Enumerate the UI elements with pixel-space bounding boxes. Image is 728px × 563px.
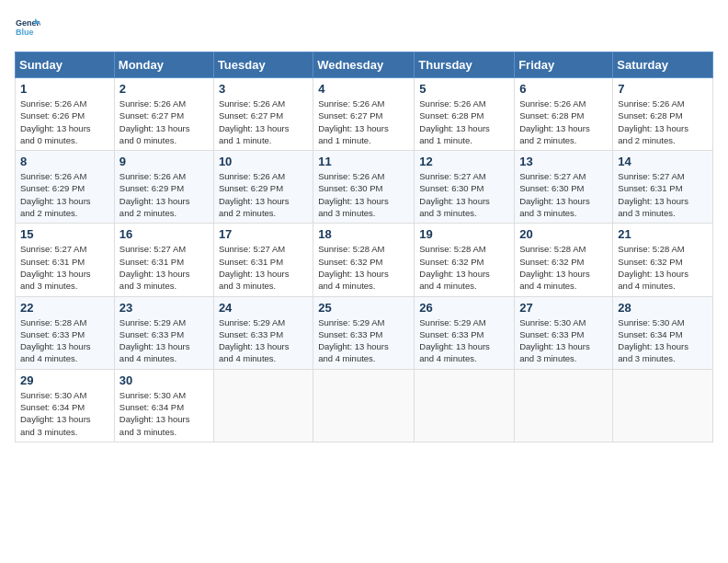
day-info: Sunrise: 5:28 AM Sunset: 6:33 PM Dayligh… — [20, 316, 109, 365]
calendar-day-cell: 5Sunrise: 5:26 AM Sunset: 6:28 PM Daylig… — [415, 78, 515, 151]
calendar-day-cell: 2Sunrise: 5:26 AM Sunset: 6:27 PM Daylig… — [114, 78, 213, 151]
day-info: Sunrise: 5:28 AM Sunset: 6:32 PM Dayligh… — [419, 243, 509, 292]
calendar-day-cell: 3Sunrise: 5:26 AM Sunset: 6:27 PM Daylig… — [213, 78, 313, 151]
day-info: Sunrise: 5:27 AM Sunset: 6:31 PM Dayligh… — [119, 243, 209, 292]
day-number: 27 — [519, 301, 608, 315]
calendar-table: SundayMondayTuesdayWednesdayThursdayFrid… — [15, 52, 713, 442]
day-info: Sunrise: 5:26 AM Sunset: 6:27 PM Dayligh… — [219, 98, 308, 146]
day-number: 8 — [20, 155, 109, 168]
day-info: Sunrise: 5:26 AM Sunset: 6:30 PM Dayligh… — [318, 170, 409, 219]
day-number: 15 — [20, 227, 109, 241]
day-number: 12 — [419, 155, 509, 168]
header: General Blue — [15, 15, 713, 40]
calendar-day-cell — [313, 369, 415, 442]
day-number: 2 — [119, 82, 209, 96]
weekday-header-monday: Monday — [114, 52, 213, 78]
day-info: Sunrise: 5:29 AM Sunset: 6:33 PM Dayligh… — [419, 316, 509, 365]
calendar-week-5: 29Sunrise: 5:30 AM Sunset: 6:34 PM Dayli… — [16, 369, 713, 442]
calendar-day-cell: 26Sunrise: 5:29 AM Sunset: 6:33 PM Dayli… — [415, 296, 515, 369]
calendar-day-cell: 19Sunrise: 5:28 AM Sunset: 6:32 PM Dayli… — [415, 224, 515, 296]
calendar-day-cell: 12Sunrise: 5:27 AM Sunset: 6:30 PM Dayli… — [415, 151, 515, 224]
day-info: Sunrise: 5:27 AM Sunset: 6:30 PM Dayligh… — [419, 170, 509, 219]
calendar-day-cell — [613, 369, 713, 442]
weekday-header-saturday: Saturday — [613, 52, 713, 78]
calendar-day-cell: 16Sunrise: 5:27 AM Sunset: 6:31 PM Dayli… — [114, 224, 213, 296]
day-number: 5 — [419, 82, 509, 96]
day-number: 29 — [20, 373, 109, 387]
calendar-day-cell: 30Sunrise: 5:30 AM Sunset: 6:34 PM Dayli… — [114, 369, 213, 442]
day-number: 25 — [318, 301, 409, 315]
calendar-day-cell: 4Sunrise: 5:26 AM Sunset: 6:27 PM Daylig… — [313, 78, 415, 151]
day-info: Sunrise: 5:26 AM Sunset: 6:27 PM Dayligh… — [119, 98, 209, 146]
weekday-header-thursday: Thursday — [415, 52, 515, 78]
day-number: 19 — [419, 227, 509, 241]
calendar-day-cell: 6Sunrise: 5:26 AM Sunset: 6:28 PM Daylig… — [515, 78, 613, 151]
calendar-day-cell: 1Sunrise: 5:26 AM Sunset: 6:26 PM Daylig… — [16, 78, 115, 151]
calendar-day-cell: 13Sunrise: 5:27 AM Sunset: 6:30 PM Dayli… — [515, 151, 613, 224]
weekday-header-wednesday: Wednesday — [313, 52, 415, 78]
day-info: Sunrise: 5:28 AM Sunset: 6:32 PM Dayligh… — [318, 243, 409, 292]
calendar-day-cell: 29Sunrise: 5:30 AM Sunset: 6:34 PM Dayli… — [16, 369, 115, 442]
day-info: Sunrise: 5:26 AM Sunset: 6:28 PM Dayligh… — [618, 98, 708, 146]
calendar-day-cell: 23Sunrise: 5:29 AM Sunset: 6:33 PM Dayli… — [114, 296, 213, 369]
day-number: 28 — [618, 301, 708, 315]
day-number: 3 — [219, 82, 308, 96]
calendar-day-cell: 17Sunrise: 5:27 AM Sunset: 6:31 PM Dayli… — [213, 224, 313, 296]
day-number: 23 — [119, 301, 209, 315]
logo: General Blue — [15, 15, 44, 40]
calendar-day-cell: 18Sunrise: 5:28 AM Sunset: 6:32 PM Dayli… — [313, 224, 415, 296]
day-number: 16 — [119, 227, 209, 241]
day-number: 1 — [20, 82, 109, 96]
day-info: Sunrise: 5:29 AM Sunset: 6:33 PM Dayligh… — [318, 316, 409, 365]
day-number: 30 — [119, 373, 209, 387]
calendar-day-cell: 10Sunrise: 5:26 AM Sunset: 6:29 PM Dayli… — [213, 151, 313, 224]
day-number: 21 — [618, 227, 708, 241]
calendar-day-cell: 14Sunrise: 5:27 AM Sunset: 6:31 PM Dayli… — [613, 151, 713, 224]
day-number: 9 — [119, 155, 209, 168]
logo-icon: General Blue — [15, 15, 40, 40]
day-number: 10 — [219, 155, 308, 168]
day-info: Sunrise: 5:28 AM Sunset: 6:32 PM Dayligh… — [519, 243, 608, 292]
calendar-week-2: 8Sunrise: 5:26 AM Sunset: 6:29 PM Daylig… — [16, 151, 713, 224]
day-number: 24 — [219, 301, 308, 315]
day-info: Sunrise: 5:26 AM Sunset: 6:26 PM Dayligh… — [20, 98, 109, 146]
day-info: Sunrise: 5:27 AM Sunset: 6:30 PM Dayligh… — [519, 170, 608, 219]
day-number: 20 — [519, 227, 608, 241]
calendar-week-4: 22Sunrise: 5:28 AM Sunset: 6:33 PM Dayli… — [16, 296, 713, 369]
day-number: 22 — [20, 301, 109, 315]
day-info: Sunrise: 5:27 AM Sunset: 6:31 PM Dayligh… — [20, 243, 109, 292]
day-info: Sunrise: 5:26 AM Sunset: 6:29 PM Dayligh… — [20, 170, 109, 219]
day-info: Sunrise: 5:28 AM Sunset: 6:32 PM Dayligh… — [618, 243, 708, 292]
calendar-week-3: 15Sunrise: 5:27 AM Sunset: 6:31 PM Dayli… — [16, 224, 713, 296]
day-number: 4 — [318, 82, 409, 96]
day-info: Sunrise: 5:29 AM Sunset: 6:33 PM Dayligh… — [219, 316, 308, 365]
day-info: Sunrise: 5:26 AM Sunset: 6:29 PM Dayligh… — [119, 170, 209, 219]
day-number: 6 — [519, 82, 608, 96]
weekday-header-friday: Friday — [515, 52, 613, 78]
day-number: 11 — [318, 155, 409, 168]
day-number: 18 — [318, 227, 409, 241]
day-number: 13 — [519, 155, 608, 168]
calendar-day-cell: 21Sunrise: 5:28 AM Sunset: 6:32 PM Dayli… — [613, 224, 713, 296]
day-number: 26 — [419, 301, 509, 315]
weekday-header-tuesday: Tuesday — [213, 52, 313, 78]
day-info: Sunrise: 5:30 AM Sunset: 6:34 PM Dayligh… — [618, 316, 708, 365]
day-info: Sunrise: 5:26 AM Sunset: 6:27 PM Dayligh… — [318, 98, 409, 146]
calendar-day-cell: 27Sunrise: 5:30 AM Sunset: 6:33 PM Dayli… — [515, 296, 613, 369]
calendar-day-cell: 24Sunrise: 5:29 AM Sunset: 6:33 PM Dayli… — [213, 296, 313, 369]
calendar-day-cell: 15Sunrise: 5:27 AM Sunset: 6:31 PM Dayli… — [16, 224, 115, 296]
calendar-day-cell — [415, 369, 515, 442]
day-info: Sunrise: 5:29 AM Sunset: 6:33 PM Dayligh… — [119, 316, 209, 365]
calendar-day-cell — [515, 369, 613, 442]
day-number: 7 — [618, 82, 708, 96]
calendar-week-1: 1Sunrise: 5:26 AM Sunset: 6:26 PM Daylig… — [16, 78, 713, 151]
day-info: Sunrise: 5:26 AM Sunset: 6:28 PM Dayligh… — [519, 98, 608, 146]
day-info: Sunrise: 5:30 AM Sunset: 6:34 PM Dayligh… — [119, 389, 209, 438]
day-info: Sunrise: 5:30 AM Sunset: 6:33 PM Dayligh… — [519, 316, 608, 365]
day-info: Sunrise: 5:27 AM Sunset: 6:31 PM Dayligh… — [618, 170, 708, 219]
day-info: Sunrise: 5:26 AM Sunset: 6:28 PM Dayligh… — [419, 98, 509, 146]
day-number: 14 — [618, 155, 708, 168]
calendar-day-cell: 28Sunrise: 5:30 AM Sunset: 6:34 PM Dayli… — [613, 296, 713, 369]
svg-text:Blue: Blue — [16, 28, 34, 37]
weekday-header-sunday: Sunday — [16, 52, 115, 78]
